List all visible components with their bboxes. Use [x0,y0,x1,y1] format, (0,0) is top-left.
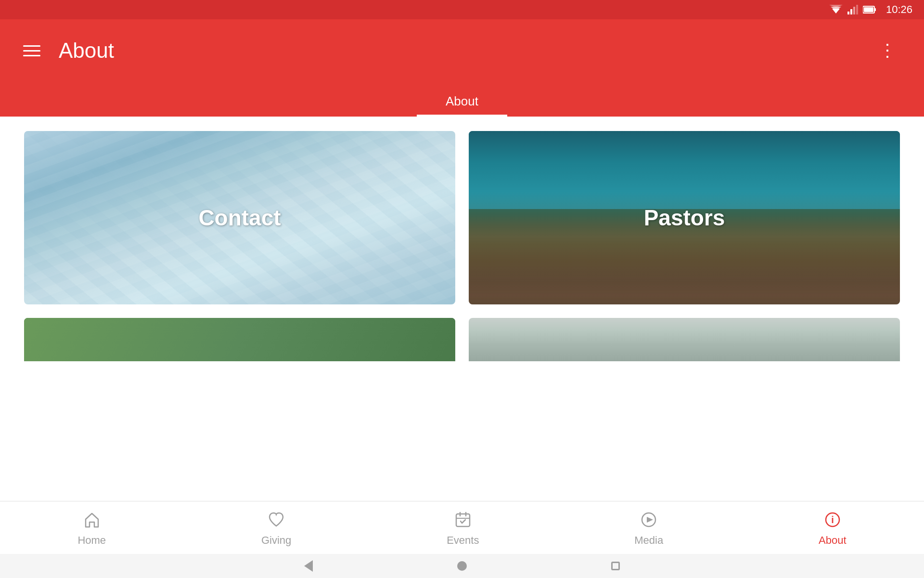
nav-item-home[interactable]: Home [68,505,116,551]
app-bar-title: About [59,39,114,63]
android-home-button[interactable] [457,561,467,571]
svg-text:i: i [831,514,834,525]
hamburger-line-3 [23,55,40,56]
main-content: Contact Pastors [0,117,924,515]
menu-button[interactable] [19,41,44,60]
nav-item-media[interactable]: Media [625,505,673,551]
svg-rect-3 [847,12,849,14]
bottom-nav: Home Giving Events [0,501,924,554]
card-contact[interactable]: Contact [24,131,455,304]
card-contact-label: Contact [198,205,281,231]
card-trees[interactable] [469,318,900,361]
card-pastors[interactable]: Pastors [469,131,900,304]
battery-icon [863,5,876,14]
nav-label-home: Home [77,534,106,547]
media-icon [638,509,659,530]
status-icons: 10:26 [829,3,912,16]
app-bar: About ⋮ [0,19,924,82]
signal-icon [847,5,858,14]
card-trees-bg [469,318,900,361]
nav-item-events[interactable]: Events [437,505,488,551]
svg-rect-10 [456,514,470,526]
nav-item-giving[interactable]: Giving [252,505,301,551]
svg-rect-4 [850,9,852,14]
events-icon [452,509,474,530]
svg-marker-2 [829,5,843,8]
nav-label-events: Events [447,534,479,547]
card-nature-bg [24,318,455,361]
heart-icon [266,509,287,530]
nav-label-about: About [819,534,847,547]
card-nature[interactable] [24,318,455,361]
home-icon [81,509,103,530]
nav-label-media: Media [634,534,663,547]
about-icon: i [822,509,843,530]
cards-grid: Contact Pastors [24,131,900,361]
hamburger-line-1 [23,45,40,47]
svg-rect-5 [853,7,855,14]
android-nav-bar [0,554,924,578]
status-time: 10:26 [886,3,912,16]
more-options-button[interactable]: ⋮ [871,38,905,63]
status-bar: 10:26 [0,0,924,19]
tab-bar: About [0,82,924,117]
nav-item-about[interactable]: i About [809,505,856,551]
card-pastors-label: Pastors [644,205,725,231]
android-back-button[interactable] [304,560,313,572]
tab-about[interactable]: About [417,88,507,117]
svg-rect-9 [864,7,873,12]
wifi-icon [829,5,843,14]
android-recents-button[interactable] [611,562,620,570]
nav-label-giving: Giving [261,534,291,547]
hamburger-line-2 [23,50,40,52]
svg-marker-15 [647,517,653,523]
svg-rect-8 [874,8,876,11]
svg-rect-6 [856,5,858,14]
